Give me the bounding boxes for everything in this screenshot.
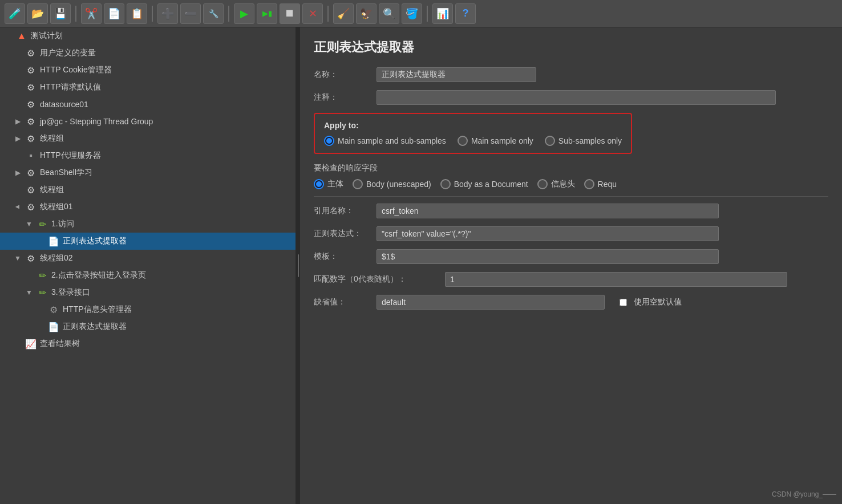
radio-circle-request [584, 179, 594, 189]
radio-body-unescaped[interactable]: Body (unescaped) [353, 179, 431, 189]
copy-button[interactable]: 📄 [104, 3, 124, 24]
tree-item-thread-group1[interactable]: ▶ ⚙ 线程组 [0, 130, 295, 147]
http-default-icon: ⚙ [25, 82, 37, 93]
shutdown-button[interactable]: ✕ [302, 3, 323, 24]
tree-item-label: HTTP代理服务器 [40, 151, 101, 161]
tree-item-regex-extractor2[interactable]: 📄 正则表达式提取器 [0, 318, 295, 335]
comment-input[interactable] [377, 90, 776, 105]
match-no-input[interactable] [445, 272, 787, 287]
tree-item-datasource[interactable]: ⚙ datasource01 [0, 96, 295, 113]
use-empty-default[interactable]: 使用空默认值 [620, 297, 682, 307]
tree-item-beanshell[interactable]: ▶ ⚙ BeanShell学习 [0, 164, 295, 181]
broom-button[interactable]: 🪣 [402, 3, 422, 24]
tree-item-label: 正则表达式提取器 [63, 322, 127, 332]
report-button[interactable]: 📊 [432, 3, 453, 24]
clear-all-button[interactable]: 🦅 [356, 3, 377, 24]
tree-item-http-header[interactable]: ⚙ HTTP信息头管理器 [0, 301, 295, 318]
tree-item-thread-group01[interactable]: ▼ ⚙ 线程组01 [0, 198, 295, 216]
search-button[interactable]: 🔍 [379, 3, 399, 24]
clear-button[interactable]: 🧹 [333, 3, 354, 24]
regex-input[interactable] [377, 226, 719, 241]
remove-button[interactable]: ➖ [180, 3, 201, 24]
tree-item-test-plan[interactable]: ▲ 测试计划 [0, 27, 295, 44]
radio-label-request: Requ [598, 180, 617, 189]
tree-item-thread-group02[interactable]: ▼ ⚙ 线程组02 [0, 250, 295, 267]
tree-item-login-api[interactable]: ▼ ✏ 3.登录接口 [0, 284, 295, 301]
tree-item-label: 测试计划 [31, 31, 63, 41]
tree-item-http-default[interactable]: ⚙ HTTP请求默认值 [0, 79, 295, 96]
radio-info-header[interactable]: 信息头 [537, 179, 575, 189]
login-api-icon: ✏ [37, 287, 48, 298]
stop-button[interactable]: ⏹ [280, 3, 300, 24]
separator4 [327, 6, 329, 22]
tree-item-regex-extractor[interactable]: 📄 正则表达式提取器 [0, 233, 295, 250]
radio-label-info-header: 信息头 [551, 179, 575, 189]
tree-item-http-proxy[interactable]: ▪ HTTP代理服务器 [0, 147, 295, 164]
radio-body[interactable]: 主体 [314, 179, 343, 189]
tree-item-result-tree[interactable]: 📈 查看结果树 [0, 335, 295, 352]
template-input[interactable] [377, 249, 719, 264]
tree-item-label: datasource01 [40, 100, 88, 109]
browse-button[interactable]: 🔧 [203, 3, 224, 24]
radio-label-body-as-doc: Body as a Document [454, 180, 528, 189]
radio-label-main-sub: Main sample and sub-samples [338, 136, 446, 145]
name-input[interactable] [377, 67, 536, 82]
tree-item-label: 正则表达式提取器 [63, 236, 127, 246]
radio-body-as-doc[interactable]: Body as a Document [440, 179, 528, 189]
tree-item-label: 2.点击登录按钮进入登录页 [51, 270, 146, 281]
regex-label: 正则表达式： [314, 229, 371, 239]
arrow-icon: ▼ [25, 288, 33, 296]
use-empty-checkbox[interactable] [620, 299, 627, 306]
radio-main-sub[interactable]: Main sample and sub-samples [324, 136, 446, 146]
tree-item-visit[interactable]: ▼ ✏ 1.访问 [0, 216, 295, 233]
http-header-icon: ⚙ [48, 304, 59, 315]
radio-label-sub-only: Sub-samples only [558, 136, 622, 145]
panel-title: 正则表达式提取器 [314, 39, 828, 56]
ref-name-input[interactable] [377, 204, 719, 218]
name-row: 名称： [314, 67, 828, 82]
tree-item-label: HTTP Cookie管理器 [40, 65, 112, 75]
thread-group1-icon: ⚙ [25, 133, 37, 144]
radio-circle-body-as-doc [440, 179, 451, 189]
tree-item-label: 用户定义的变量 [40, 48, 96, 58]
tree-item-thread-group2[interactable]: ⚙ 线程组 [0, 181, 295, 198]
radio-sub-only[interactable]: Sub-samples only [545, 136, 622, 146]
radio-request[interactable]: Requ [584, 179, 617, 189]
user-vars-icon: ⚙ [25, 47, 37, 59]
radio-circle-body [314, 179, 324, 189]
tree-item-label: 线程组 [40, 185, 64, 195]
new-test-plan-button[interactable]: 🧪 [5, 3, 25, 24]
tree-item-login-btn[interactable]: ✏ 2.点击登录按钮进入登录页 [0, 267, 295, 284]
default-row: 缺省值： 使用空默认值 [314, 295, 828, 310]
start-button[interactable]: ▶ [234, 3, 254, 24]
arrow-icon: ▼ [14, 203, 22, 211]
apply-options: Main sample and sub-samples Main sample … [324, 136, 622, 146]
start-nopause-button[interactable]: ▶▮ [257, 3, 277, 24]
cut-button[interactable]: ✂️ [81, 3, 102, 24]
regex-extractor2-icon: 📄 [48, 321, 59, 332]
radio-main-only[interactable]: Main sample only [458, 136, 533, 146]
tree-item-http-cookie[interactable]: ⚙ HTTP Cookie管理器 [0, 62, 295, 79]
step-group-icon: ⚙ [25, 116, 37, 127]
radio-label-main-only: Main sample only [471, 136, 533, 145]
paste-button[interactable]: 📋 [127, 3, 147, 24]
save-button[interactable]: 💾 [50, 3, 71, 24]
tree-item-label: 线程组01 [40, 202, 73, 212]
radio-label-body: 主体 [327, 179, 343, 189]
tree-item-user-vars[interactable]: ⚙ 用户定义的变量 [0, 44, 295, 62]
add-button[interactable]: ➕ [157, 3, 178, 24]
radio-circle-sub-only [545, 136, 555, 146]
open-button[interactable]: 📂 [27, 3, 48, 24]
default-input[interactable] [377, 295, 605, 310]
watermark: CSDN @young_—— [772, 490, 836, 498]
use-empty-label: 使用空默认值 [634, 297, 682, 307]
comment-label: 注释： [314, 92, 371, 103]
login-btn-icon: ✏ [37, 270, 48, 281]
thread-group01-icon: ⚙ [25, 201, 37, 213]
match-no-label: 匹配数字（0代表随机）： [314, 274, 439, 284]
default-label: 缺省值： [314, 297, 371, 307]
separator2 [152, 6, 153, 22]
tree-item-step-group[interactable]: ▶ ⚙ jp@gc - Stepping Thread Group [0, 113, 295, 130]
toolbar: 🧪 📂 💾 ✂️ 📄 📋 ➕ ➖ 🔧 ▶ ▶▮ ⏹ ✕ 🧹 🦅 🔍 🪣 📊 ? [0, 0, 842, 27]
help-button[interactable]: ? [455, 3, 476, 24]
